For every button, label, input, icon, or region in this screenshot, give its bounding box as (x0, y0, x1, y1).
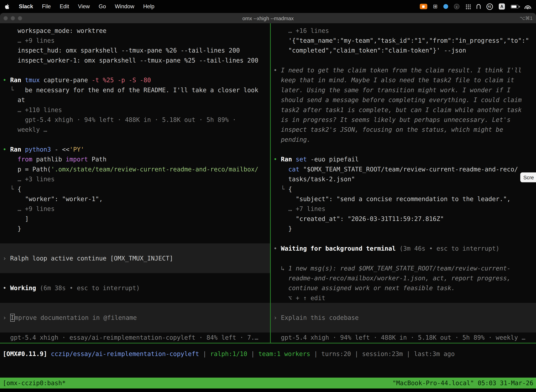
terminal-line: └ be necessary for the end of the README… (0, 85, 270, 95)
terminal-line: continue assigned work or next feasible … (271, 283, 536, 293)
terminal-line: cat "$OMX_TEAM_STATE_ROOT/team/review-cu… (271, 164, 536, 174)
terminal-line: inspect_hud: omx sparkshell --tmux-pane … (0, 46, 270, 55)
terminal-line: • Working (6m 38s • esc to interrupt) (0, 283, 270, 293)
gauge-value: 61 (488, 5, 491, 8)
composer-input[interactable]: › Ralph loop active continue [OMX_TMUX_I… (0, 243, 270, 273)
blank-line (0, 273, 270, 283)
left-pane[interactable]: workspace_mode: worktree … +9 lines insp… (0, 23, 270, 343)
terminal-line: • I need to get the claim token from the… (271, 65, 536, 75)
active-app-name[interactable]: Slack (19, 3, 33, 9)
terminal-line: "created_at": "2026-03-31T11:59:27.816Z" (271, 214, 536, 224)
terminal-line: • Ran set -euo pipefail (271, 154, 536, 164)
screen-overlay-tooltip: Scre (520, 173, 536, 182)
wifi-icon[interactable] (524, 4, 531, 9)
right-pane[interactable]: … +16 lines '{"team_name":"my-team","tas… (271, 23, 536, 343)
menu-item-edit[interactable]: Edit (60, 3, 69, 9)
composer-input[interactable]: › Explain this codebase (271, 303, 536, 332)
terminal-line: … +110 lines (0, 105, 270, 115)
blank-line (0, 135, 270, 144)
tmux-status-bar: [omx-cczip0:bash* "MacBook-Pro-44.local"… (0, 378, 536, 388)
minimize-button[interactable] (10, 16, 15, 20)
input-source-icon[interactable]: A (499, 3, 505, 9)
terminal-line: [OMX#0.11.9] cczip/essay/ai-reimplementa… (0, 349, 536, 359)
blank-line (271, 55, 536, 65)
terminal-line: └ { (0, 184, 270, 194)
drop-icon[interactable] (443, 4, 448, 9)
zoom-button[interactable] (18, 16, 22, 20)
battery-icon[interactable] (511, 5, 519, 8)
blank-line (271, 233, 536, 243)
terminal-line: keep that in mind. Maybe I also need the… (271, 75, 536, 85)
gauge-icon[interactable]: 61 (486, 3, 493, 10)
terminal-line: ] (0, 214, 270, 224)
terminal-content: workspace_mode: worktree … +9 lines insp… (0, 23, 536, 343)
menu-item-help[interactable]: Help (143, 3, 154, 9)
apple-menu[interactable] (5, 3, 10, 9)
terminal-line: task2 after task1 is complete, but can I… (271, 105, 536, 115)
terminal-line: • Ran python3 - <<'PY' (0, 144, 270, 154)
window-shortcut-hint: ⌥⌘1 (520, 15, 533, 21)
menu-items: FileEditViewGoWindowHelp (42, 3, 154, 9)
blank-line (0, 233, 270, 243)
apple-icon (5, 3, 10, 9)
terminal-line: } (271, 224, 536, 233)
terminal-line: later. Using the same for transition mig… (271, 85, 536, 95)
terminal-line: gpt-5.4 xhigh · essay/ai-reimplementatio… (0, 332, 270, 342)
terminal-line: … +9 lines (0, 36, 270, 45)
grid-icon[interactable]: ⊞ (433, 4, 438, 9)
ghost-icon[interactable] (477, 4, 481, 9)
terminal-line: '{"team_name":"my-team","task_id":"1","f… (271, 36, 536, 45)
terminal-line: ⌥ + ↑ edit (271, 293, 536, 303)
blank-line (271, 253, 536, 263)
terminal-line: tasks/task-2.json" (271, 174, 536, 184)
input-source-label: A (500, 4, 503, 9)
blank-line (271, 144, 536, 154)
terminal-app-icon[interactable]: › (454, 4, 459, 9)
omx-status-line: [OMX#0.11.9] cczip/essay/ai-reimplementa… (0, 349, 536, 359)
terminal-line: "subject": "send a concise recommendatio… (271, 194, 536, 204)
terminal-line: at (0, 95, 270, 105)
terminal-line: readme-and-reco/mailbox/worker-1.json, a… (271, 273, 536, 283)
blank-line (0, 65, 270, 75)
tmux-host-and-clock: "MacBook-Pro-44.local" 05:03 31-Mar-26 (392, 378, 533, 388)
terminal-line: workspace_mode: worktree (0, 26, 270, 36)
tmux-session-window[interactable]: [omx-cczip0:bash* (3, 378, 66, 388)
terminal-line: "completed","claim_token":"claim-token"}… (271, 46, 536, 55)
terminal-line: • Waiting for background terminal (3m 46… (271, 243, 536, 253)
terminal-line: … +9 lines (0, 204, 270, 214)
terminal-line: p = Path('.omx/state/team/review-current… (0, 164, 270, 174)
terminal-line: ↳ 1 new msg(s): read $OMX_TEAM_STATE_ROO… (271, 263, 536, 273)
screen: Slack FileEditViewGoWindowHelp ⊞ › 61 A … (0, 0, 536, 392)
traffic-lights (0, 16, 22, 20)
terminal-line: … +3 lines (0, 174, 270, 184)
terminal-line: should send a message before completing … (271, 95, 536, 105)
screen-recording-indicator[interactable] (420, 4, 427, 9)
terminal-line: inspect_worker-1: omx sparkshell --tmux-… (0, 55, 270, 65)
dots-grid-icon[interactable] (465, 4, 471, 9)
terminal-line: weekly … (0, 125, 270, 135)
menu-item-window[interactable]: Window (115, 3, 134, 9)
terminal-line: from pathlib import Path (0, 154, 270, 164)
terminal-line: • Ran tmux capture-pane -t %25 -p -S -80 (0, 75, 270, 85)
menu-bar-left: Slack FileEditViewGoWindowHelp (5, 3, 154, 9)
menu-bar: Slack FileEditViewGoWindowHelp ⊞ › 61 A (0, 0, 536, 13)
menu-item-file[interactable]: File (42, 3, 51, 9)
terminal-line: is in progress? It seems likely but perh… (271, 115, 536, 125)
menu-item-go[interactable]: Go (99, 3, 106, 9)
terminal-line: "worker": "worker-1", (0, 194, 270, 204)
close-button[interactable] (3, 16, 8, 20)
bottom-gap (0, 388, 536, 392)
terminal-line: inspect task2's JSON, focusing on the st… (271, 125, 536, 135)
hud-divider (0, 343, 536, 344)
terminal-line: … +7 lines (271, 204, 536, 214)
terminal-line: gpt-5.4 xhigh · 94% left · 488K in · 5.1… (0, 115, 270, 125)
bottom-spacer (0, 359, 536, 378)
text-cursor: I (10, 314, 14, 322)
menu-item-view[interactable]: View (78, 3, 90, 9)
menubar-status-icons: ⊞ › 61 A (420, 3, 531, 10)
terminal-line: … +16 lines (271, 26, 536, 36)
composer-input[interactable]: › Improve documentation in @filename (0, 303, 270, 332)
window-title-bar[interactable]: omx --xhigh --madmax ⌥⌘1 (0, 13, 536, 23)
terminal-line: } (0, 224, 270, 233)
blank-line (0, 293, 270, 303)
